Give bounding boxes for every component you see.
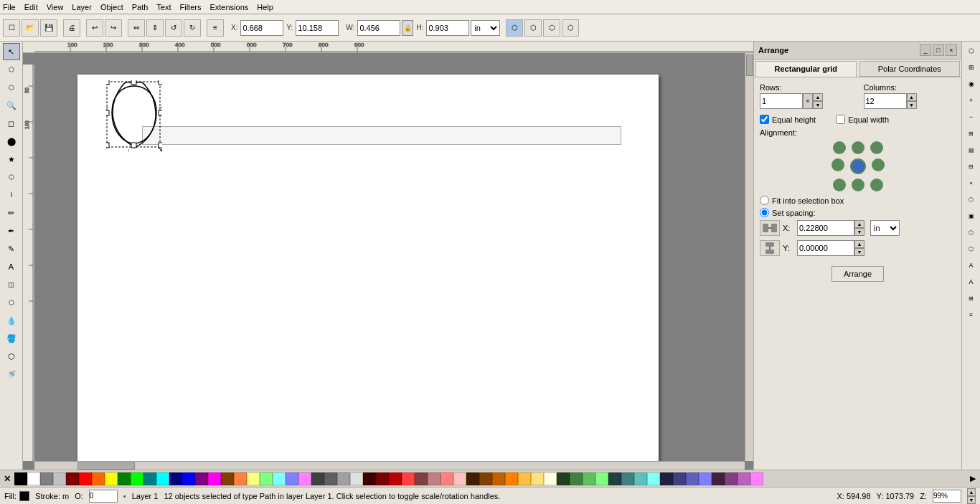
view-btn11[interactable]: ⊞ [963,290,979,306]
x-spacing-input[interactable] [797,220,854,236]
fit-radio[interactable] [760,196,769,205]
align-middle-right[interactable] [872,158,885,171]
connector-tool[interactable]: ⬡ [3,294,20,311]
align-middle-left[interactable] [831,158,844,171]
transform-btn4[interactable]: ⬡ [562,19,579,37]
palette-color[interactable] [428,472,440,485]
new-button[interactable]: ☐ [3,19,20,37]
view-btn10[interactable]: A [963,274,979,290]
node-tool[interactable]: ⬡ [3,61,20,78]
menu-file[interactable]: File [3,3,16,11]
palette-color[interactable] [337,472,350,485]
star-tool[interactable]: ★ [3,151,20,168]
align-top-left[interactable] [833,141,846,154]
tab-polar-coordinates[interactable]: Polar Coordinates [859,61,961,77]
snap-grid-btn[interactable]: ⊞ [963,60,979,75]
flip-h-button[interactable]: ⇔ [128,19,145,37]
palette-color[interactable] [169,472,182,485]
palette-color[interactable] [131,472,143,485]
spray-tool[interactable]: 🚿 [3,366,20,383]
align-top-right[interactable] [870,141,883,154]
zoom-tool[interactable]: 🔍 [3,97,20,114]
eyedropper-tool[interactable]: 💧 [3,312,20,329]
view-btn12[interactable]: ≡ [963,307,979,323]
zoom-input[interactable] [933,490,961,503]
palette-color[interactable] [634,472,647,485]
x-input[interactable] [240,20,283,36]
menu-view[interactable]: View [47,3,64,11]
unit-select[interactable]: in px mm cm [471,20,500,36]
palette-color[interactable] [492,472,505,485]
transform-btn3[interactable]: ⬡ [543,19,560,37]
rotate-ccw-button[interactable]: ↺ [165,19,182,37]
palette-color[interactable] [234,472,247,485]
equal-height-checkbox[interactable] [760,115,769,124]
view-btn4[interactable]: × [963,175,979,191]
flip-v-button[interactable]: ⇕ [146,19,164,37]
view-btn7[interactable]: ⬡ [963,224,979,240]
open-button[interactable]: 📂 [22,19,39,37]
palette-scroll-right[interactable]: ▶ [966,474,980,483]
align-bottom-center[interactable] [852,179,864,191]
w-input[interactable] [357,20,400,36]
zoom-in-btn[interactable]: + [963,92,979,108]
align-top-center[interactable] [852,141,864,154]
zoom-spin-up[interactable]: ▲ [967,488,976,496]
palette-color[interactable] [363,472,376,485]
no-color-button[interactable]: ✕ [0,472,14,486]
palette-color[interactable] [195,472,208,485]
palette-color[interactable] [40,472,53,485]
eraser-tool[interactable]: ⬡ [3,348,20,365]
select-tool[interactable]: ↖ [3,43,20,60]
arrange-button[interactable]: Arrange [831,266,884,282]
cols-spin-down[interactable]: ▼ [907,101,917,109]
rows-input[interactable] [760,93,803,109]
tweak-tool[interactable]: ⬡ [3,79,20,96]
palette-color[interactable] [105,472,118,485]
palette-color[interactable] [66,472,79,485]
menu-object[interactable]: Object [100,3,123,11]
palette-color[interactable] [699,472,712,485]
palette-color[interactable] [608,472,621,485]
view-btn3[interactable]: ⊟ [963,158,979,174]
zoom-out-btn[interactable]: − [963,109,979,125]
palette-color[interactable] [660,472,673,485]
lock-aspect-button[interactable]: 🔒 [402,20,413,36]
palette-color[interactable] [247,472,260,485]
view-btn8[interactable]: ⬡ [963,241,979,257]
menu-layer[interactable]: Layer [72,3,92,11]
palette-color[interactable] [750,472,763,485]
palette-color[interactable] [595,472,608,485]
redo-button[interactable]: ↪ [105,19,122,37]
palette-color[interactable] [118,472,131,485]
cols-spin-up[interactable]: ▲ [907,93,917,101]
palette-color[interactable] [27,472,40,485]
palette-color[interactable] [673,472,686,485]
y-spacing-spin-down[interactable]: ▼ [854,248,864,256]
print-button[interactable]: 🖨 [63,19,80,37]
palette-color[interactable] [79,472,92,485]
spiral-tool[interactable]: ⌇ [3,186,20,204]
palette-color[interactable] [621,472,634,485]
palette-color[interactable] [583,472,595,485]
palette-color[interactable] [453,472,466,485]
text-tool[interactable]: A [3,258,20,275]
y-spacing-input[interactable] [797,240,854,256]
palette-color[interactable] [92,472,105,485]
snap-btn[interactable]: ⬡ [963,43,979,59]
y-input[interactable] [296,20,339,36]
ellipse-tool[interactable]: ⬤ [3,133,20,150]
palette-color[interactable] [182,472,195,485]
palette-color[interactable] [647,472,660,485]
menu-edit[interactable]: Edit [24,3,38,11]
palette-color[interactable] [466,472,479,485]
align-button[interactable]: ≡ [207,19,224,37]
arrange-close-button[interactable]: × [946,44,957,56]
opacity-input[interactable] [89,490,118,503]
arrange-maximize-button[interactable]: □ [933,44,944,56]
pen-tool[interactable]: ✒ [3,222,20,239]
palette-color[interactable] [53,472,66,485]
scrollbar-vertical[interactable] [745,53,753,461]
palette-color[interactable] [518,472,531,485]
palette-color[interactable] [415,472,428,485]
